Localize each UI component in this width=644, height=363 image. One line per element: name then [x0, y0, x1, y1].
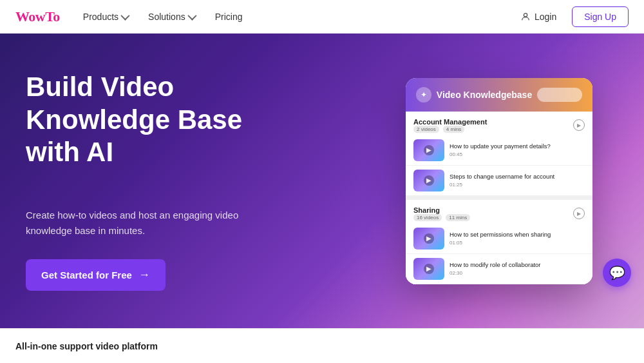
video-duration: 02:30 [450, 270, 541, 276]
hero-content: Build Video Knowledge Base with AI Creat… [0, 71, 309, 290]
nav-solutions[interactable]: Solutions [140, 6, 202, 27]
video-info: How to set permissions when sharing 01:0… [450, 231, 551, 246]
section-badge-time-2: 11 mins [446, 214, 470, 221]
video-thumbnail [413, 139, 444, 161]
section-header-1: Account Management 2 videos 4 mins ▶ [406, 112, 592, 135]
video-title: How to modify role of collaborator [450, 261, 541, 269]
nav-left: WowTo Products Solutions Pricing [15, 6, 250, 27]
navbar: WowTo Products Solutions Pricing Login S… [0, 0, 644, 34]
hero-section: Build Video Knowledge Base with AI Creat… [0, 34, 644, 328]
cta-button[interactable]: Get Started for Free → [26, 259, 166, 291]
chat-icon: 💬 [609, 265, 625, 280]
chevron-down-icon [187, 11, 196, 20]
mockup-header: ✦ Video Knowledgebase [406, 78, 592, 112]
chat-bubble-button[interactable]: 💬 [603, 259, 631, 287]
hero-title: Build Video Knowledge Base with AI [26, 71, 283, 168]
user-icon [520, 12, 531, 22]
section-badge-videos-2: 16 videos [413, 214, 442, 221]
section-title-1: Account Management [413, 118, 487, 126]
video-item: How to set permissions when sharing 01:0… [406, 224, 592, 254]
video-duration: 00:45 [450, 152, 551, 157]
cta-label: Get Started for Free [41, 270, 132, 280]
nav-products[interactable]: Products [75, 6, 135, 27]
video-info: How to modify role of collaborator 02:30 [450, 261, 541, 276]
video-info: How to update your payment details? 00:4… [450, 142, 551, 157]
video-duration: 01:05 [450, 240, 551, 246]
video-item: Steps to change username for account 01:… [406, 166, 592, 196]
section-badge-time-1: 4 mins [443, 126, 465, 133]
video-thumbnail [413, 258, 444, 280]
section-play-icon-2[interactable]: ▶ [573, 208, 585, 219]
cta-arrow-icon: → [138, 268, 150, 282]
section-play-icon-1[interactable]: ▶ [573, 119, 585, 131]
mockup-logo-icon: ✦ [416, 87, 431, 103]
bottom-bar: All-in-one support video platform [0, 328, 644, 363]
mockup-title: Video Knowledgebase [437, 90, 532, 100]
section-meta-2: 16 videos 11 mins [413, 214, 470, 221]
video-thumbnail [413, 228, 444, 250]
nav-pricing[interactable]: Pricing [207, 6, 251, 27]
brand-logo[interactable]: WowTo [15, 8, 60, 25]
section-header-2: Sharing 16 videos 11 mins ▶ [406, 200, 592, 224]
nav-right: Login Sign Up [513, 6, 629, 27]
video-duration: 01:25 [450, 182, 554, 188]
bottom-tagline: All-in-one support video platform [15, 341, 158, 351]
mockup-search-bar [537, 88, 582, 102]
login-button[interactable]: Login [513, 6, 564, 27]
section-meta-1: 2 videos 4 mins [413, 126, 487, 133]
video-info: Steps to change username for account 01:… [450, 173, 554, 188]
section-title-2: Sharing [413, 206, 470, 214]
video-item: How to update your payment details? 00:4… [406, 135, 592, 166]
section-badge-videos-1: 2 videos [413, 126, 439, 133]
video-item: How to modify role of collaborator 02:30 [406, 254, 592, 284]
chevron-down-icon [120, 11, 129, 20]
mockup-body: Account Management 2 videos 4 mins ▶ How… [406, 112, 592, 284]
svg-point-0 [524, 13, 527, 16]
nav-links: Products Solutions Pricing [75, 6, 251, 27]
signup-button[interactable]: Sign Up [572, 6, 629, 27]
video-title: How to set permissions when sharing [450, 231, 551, 239]
video-title: How to update your payment details? [450, 142, 551, 150]
video-thumbnail [413, 170, 444, 191]
video-title: Steps to change username for account [450, 173, 554, 181]
hero-subtitle: Create how-to videos and host an engagin… [26, 208, 283, 239]
hero-mockup: ✦ Video Knowledgebase Account Management… [406, 78, 592, 284]
